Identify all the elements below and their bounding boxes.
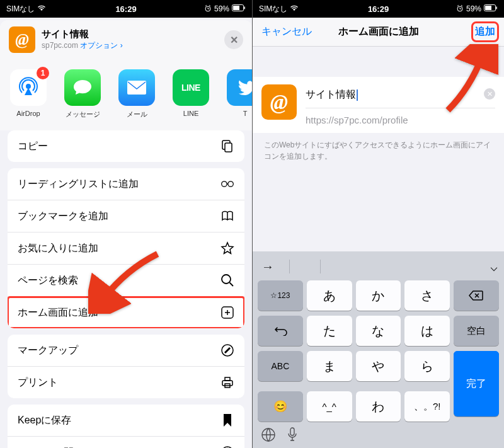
action-markup[interactable]: マークアップ xyxy=(8,335,244,367)
kb-candidate[interactable] xyxy=(333,265,338,268)
clear-text-button[interactable]: ✕ xyxy=(484,88,495,100)
cancel-button[interactable]: キャンセル xyxy=(261,25,312,38)
kb-key[interactable]: は xyxy=(404,316,450,346)
kb-key[interactable]: わ xyxy=(356,391,401,422)
action-bookmark[interactable]: ブックマークを追加 xyxy=(8,200,244,233)
action-favorite[interactable]: お気に入りに追加 xyxy=(8,233,244,265)
action-find-on-page[interactable]: ページを検索 xyxy=(8,265,244,297)
mail-icon xyxy=(118,69,155,106)
action-keep[interactable]: Keepに保存 xyxy=(8,405,244,437)
nav-bar: キャンセル ホーム画面に追加 追加 xyxy=(253,18,504,47)
action-chrome[interactable]: Chromeで開く xyxy=(8,437,244,448)
globe-icon[interactable] xyxy=(259,425,278,444)
battery-icon xyxy=(232,4,246,13)
svg-rect-19 xyxy=(496,7,498,9)
battery-icon xyxy=(484,4,498,13)
kb-key[interactable]: さ xyxy=(404,280,450,311)
page-title: サイト情報 xyxy=(42,28,218,40)
glasses-icon xyxy=(220,177,234,191)
kb-key[interactable]: な xyxy=(356,316,401,346)
book-icon xyxy=(220,209,234,223)
wifi-icon xyxy=(290,4,299,13)
svg-rect-6 xyxy=(225,143,232,152)
badge: 1 xyxy=(37,67,49,79)
kb-key-emoji[interactable]: 😊 xyxy=(258,391,303,422)
svg-rect-12 xyxy=(222,381,232,386)
action-reading-list[interactable]: リーディングリストに追加 xyxy=(8,168,244,200)
markup-icon xyxy=(220,343,234,357)
plus-box-icon xyxy=(220,306,234,319)
status-bar: SIMなし 16:29 59% xyxy=(253,0,504,18)
clock: 16:29 xyxy=(115,4,136,14)
svg-rect-3 xyxy=(244,7,246,9)
alarm-icon xyxy=(456,4,464,14)
kb-key-backspace[interactable] xyxy=(454,280,499,311)
sim-status: SIMなし xyxy=(6,4,35,14)
share-sheet-header: @ サイト情報 sp7pc.com オプション › ✕ xyxy=(0,20,252,59)
line-icon: LINE xyxy=(173,69,209,106)
phone-right: SIMなし 16:29 59% キャンセル ホーム画面に追加 追加 @ サイト情… xyxy=(252,0,504,448)
add-button[interactable]: 追加 xyxy=(475,25,495,38)
page-subtitle: sp7pc.com オプション › xyxy=(42,40,218,51)
kb-key[interactable]: か xyxy=(356,280,401,311)
share-target-mail[interactable]: メール xyxy=(116,69,158,119)
share-target-line[interactable]: LINE LINE xyxy=(170,69,212,119)
kb-key-undo[interactable] xyxy=(258,316,303,346)
messages-icon xyxy=(64,69,101,106)
kb-key[interactable]: や xyxy=(356,351,401,381)
clock: 16:29 xyxy=(368,4,389,14)
kb-key-space[interactable]: 空白 xyxy=(454,316,499,346)
svg-rect-2 xyxy=(233,6,239,10)
kb-key[interactable]: ま xyxy=(307,351,352,381)
add-to-home-card: @ サイト情報 ✕ https://sp7pc.com/profile xyxy=(253,77,504,133)
kb-candidate-expand-icon[interactable]: ⌵ xyxy=(490,259,498,274)
battery-percent: 59% xyxy=(466,4,481,13)
svg-rect-21 xyxy=(290,428,294,435)
nav-title: ホーム画面に追加 xyxy=(338,25,419,38)
star-icon xyxy=(220,241,234,255)
options-link[interactable]: オプション › xyxy=(80,41,122,50)
action-copy[interactable]: コピー xyxy=(8,130,244,162)
svg-point-7 xyxy=(222,181,227,187)
site-favicon-large: @ xyxy=(261,84,297,120)
kb-candidate-bar[interactable]: → ⌵ xyxy=(255,255,501,280)
kb-key-abc[interactable]: ABC xyxy=(258,351,303,381)
svg-rect-18 xyxy=(485,6,491,10)
kb-key[interactable]: た xyxy=(307,316,352,346)
alarm-icon xyxy=(204,4,212,14)
kb-candidate[interactable]: → xyxy=(259,258,277,275)
share-targets-row[interactable]: 1 AirDrop メッセージ メール LINE LINE T xyxy=(0,59,252,130)
copy-icon xyxy=(220,139,234,153)
keyboard[interactable]: → ⌵ ☆123 あ か さ た な は xyxy=(253,251,504,448)
share-target-airdrop[interactable]: 1 AirDrop xyxy=(8,69,49,119)
kb-key-punct[interactable]: 、。?! xyxy=(404,391,450,422)
kb-key[interactable]: ら xyxy=(404,351,450,381)
svg-point-9 xyxy=(222,275,231,284)
kb-key[interactable]: あ xyxy=(307,280,352,311)
action-add-to-home[interactable]: ホーム画面に追加 xyxy=(8,297,244,328)
site-favicon: @ xyxy=(9,26,35,53)
actions-group-3: マークアップ プリント xyxy=(8,335,244,398)
action-print[interactable]: プリント xyxy=(8,367,244,398)
kb-candidate[interactable] xyxy=(302,265,307,268)
mic-icon[interactable] xyxy=(283,425,302,444)
shortcut-url: https://sp7pc.com/profile xyxy=(306,108,495,125)
kb-key-kaomoji[interactable]: ^_^ xyxy=(307,391,352,422)
actions-group-1: コピー xyxy=(8,130,244,162)
svg-rect-13 xyxy=(225,377,230,381)
svg-rect-5 xyxy=(127,81,146,95)
shortcut-title-input[interactable]: サイト情報 xyxy=(306,84,495,108)
wifi-icon xyxy=(37,4,46,13)
battery-percent: 59% xyxy=(214,4,229,13)
phone-left: SIMなし 16:29 59% @ サイト情報 sp7pc.com オプション … xyxy=(0,0,252,448)
svg-point-8 xyxy=(228,181,233,187)
actions-group-4: Keepに保存 Chromeで開く xyxy=(8,405,244,448)
description-text: このWebサイトにすばやくアクセスできるようにホーム画面にアイコンを追加します。 xyxy=(253,133,504,168)
share-target-messages[interactable]: メッセージ xyxy=(62,69,103,119)
close-button[interactable]: ✕ xyxy=(224,30,243,49)
printer-icon xyxy=(220,376,234,389)
bookmark-fill-icon xyxy=(220,413,234,427)
actions-group-2: リーディングリストに追加 ブックマークを追加 お気に入りに追加 ページを検索 ホ… xyxy=(8,168,244,328)
share-target-twitter[interactable]: T xyxy=(224,69,252,119)
kb-key-numbers[interactable]: ☆123 xyxy=(258,280,303,311)
